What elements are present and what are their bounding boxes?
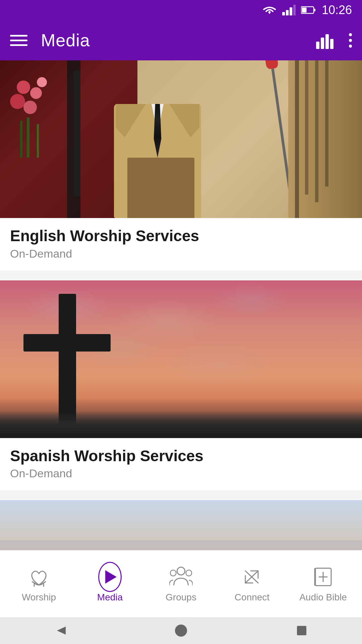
svg-rect-2 — [290, 7, 292, 15]
more-options-button[interactable] — [349, 33, 352, 48]
svg-rect-0 — [282, 12, 285, 15]
hamburger-menu-button[interactable] — [10, 35, 27, 46]
spanish-worship-card[interactable]: Spanish Worship Services On-Demand — [0, 280, 362, 490]
spanish-worship-title: Spanish Worship Services — [10, 447, 352, 465]
english-worship-text: English Worship Services On-Demand — [0, 218, 362, 270]
recent-apps-button[interactable] — [292, 621, 312, 641]
nav-item-media[interactable]: Media — [74, 560, 145, 608]
svg-marker-20 — [57, 627, 66, 635]
podium-scene-bg — [0, 60, 362, 218]
hamburger-line-1 — [10, 35, 27, 37]
svg-rect-6 — [314, 9, 315, 11]
app-title: Media — [41, 30, 90, 50]
spanish-worship-image — [0, 280, 362, 438]
worship-icon — [27, 565, 51, 589]
media-icon — [98, 565, 122, 589]
svg-rect-5 — [302, 8, 306, 13]
media-play-circle — [98, 562, 122, 592]
status-icons: 10:26 — [262, 3, 352, 17]
connect-icon — [240, 565, 264, 589]
svg-rect-7 — [316, 42, 319, 49]
ground — [0, 411, 362, 438]
back-button[interactable] — [50, 621, 70, 641]
nav-audio-bible-label: Audio Bible — [299, 592, 347, 603]
app-bar: Media — [0, 20, 362, 60]
nav-item-audio-bible[interactable]: Audio Bible — [288, 560, 359, 608]
nav-worship-label: Worship — [22, 592, 56, 603]
svg-rect-22 — [297, 626, 306, 635]
card-gap-1 — [0, 270, 362, 280]
english-worship-title: English Worship Services — [10, 227, 352, 245]
hamburger-line-3 — [10, 44, 27, 46]
prayer-scene-image — [0, 500, 362, 550]
spanish-worship-subtitle: On-Demand — [10, 467, 352, 480]
status-time: 10:26 — [322, 3, 352, 17]
svg-point-13 — [186, 570, 192, 576]
signal-icon — [282, 5, 296, 15]
spanish-worship-text: Spanish Worship Services On-Demand — [0, 438, 362, 490]
groups-icon — [169, 565, 193, 589]
svg-point-12 — [170, 570, 176, 576]
chart-icon[interactable] — [315, 32, 337, 49]
home-button[interactable] — [171, 621, 191, 641]
status-bar: 10:26 — [0, 0, 362, 20]
bottom-nav: Worship Media Groups — [0, 550, 362, 617]
nav-media-label: Media — [97, 592, 123, 603]
svg-point-21 — [175, 625, 187, 637]
cross-scene-bg — [0, 280, 362, 438]
svg-rect-9 — [325, 34, 329, 49]
podium — [127, 158, 194, 218]
dot-3 — [349, 45, 352, 48]
wifi-icon — [262, 5, 277, 15]
english-worship-image — [0, 60, 362, 218]
svg-rect-8 — [321, 38, 324, 49]
app-bar-right — [315, 32, 352, 49]
app-bar-left: Media — [10, 30, 90, 50]
svg-rect-3 — [293, 5, 296, 15]
svg-rect-1 — [286, 10, 289, 15]
system-nav-bar — [0, 617, 362, 644]
card-gap-2 — [0, 490, 362, 500]
nav-groups-label: Groups — [166, 592, 196, 603]
nav-item-connect[interactable]: Connect — [217, 560, 288, 608]
cross-horizontal — [23, 334, 111, 352]
content-area: English Worship Services On-Demand Spani… — [0, 60, 362, 550]
svg-rect-10 — [330, 39, 334, 49]
nav-item-worship[interactable]: Worship — [3, 560, 74, 608]
railing-right — [288, 60, 362, 218]
english-worship-subtitle: On-Demand — [10, 247, 352, 260]
nav-connect-label: Connect — [235, 592, 269, 603]
hamburger-line-2 — [10, 40, 27, 41]
svg-point-11 — [177, 567, 185, 575]
sky — [0, 500, 362, 540]
dot-2 — [349, 39, 352, 42]
battery-icon — [301, 6, 316, 14]
flowers — [7, 74, 74, 158]
third-media-card[interactable] — [0, 500, 362, 550]
nav-item-groups[interactable]: Groups — [145, 560, 217, 608]
dot-1 — [349, 33, 352, 36]
play-triangle — [105, 570, 117, 584]
english-worship-card[interactable]: English Worship Services On-Demand — [0, 60, 362, 270]
bible-icon — [311, 565, 335, 589]
